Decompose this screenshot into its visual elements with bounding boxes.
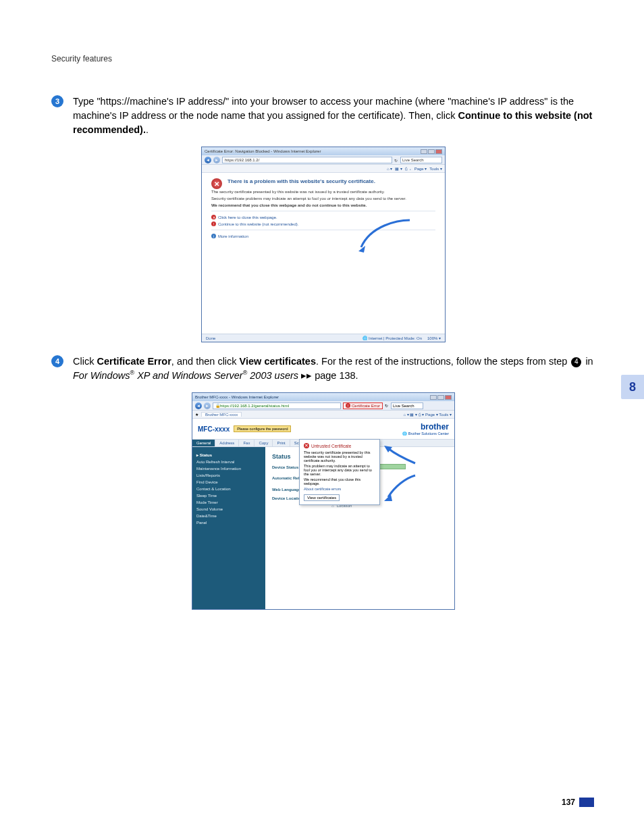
fig1-address-bar[interactable]: https://192.168.1.2/ (222, 157, 392, 163)
favorites-icon[interactable]: ★ (195, 412, 198, 417)
fig2-tabrow: ★ Brother MFC-xxxx ⌂ ▾ ▦ ▾ ⎙ ▾ Page ▾ To… (192, 411, 454, 419)
fig2-main: MFC-xxxx Please configure the password b… (192, 419, 454, 609)
home-icon[interactable]: ⌂ ▾ (403, 413, 408, 417)
sidebar-item-status[interactable]: ▸ Status (196, 451, 261, 459)
fig2-window-title: Brother MFC-xxxx - Windows Internet Expl… (195, 395, 279, 399)
brother-logo: brother (402, 422, 449, 432)
figure-2-wrap: Brother MFC-xxxx - Windows Internet Expl… (51, 392, 595, 610)
s4-pre: Click (73, 356, 97, 367)
close-icon[interactable] (445, 395, 452, 400)
maximize-icon[interactable] (428, 149, 435, 154)
inline-step-bullet: 4 (571, 357, 581, 367)
fig2-addr-text: https://192.168.1.2/general/status.html (220, 404, 289, 408)
tools-menu[interactable]: Tools ▾ (429, 166, 442, 171)
page-menu[interactable]: Page ▾ (425, 413, 438, 417)
refresh-icon[interactable]: ↻ (385, 403, 389, 408)
step-4: 4 Click Certificate Error, and then clic… (51, 355, 595, 383)
sidebar-item-mode-timer[interactable]: Mode Timer (196, 499, 261, 506)
forward-icon[interactable]: ► (204, 402, 211, 409)
sidebar-item-sleep-time[interactable]: Sleep Time (196, 492, 261, 499)
fig1-p1: The security certificate presented by th… (211, 190, 435, 194)
popup-p3: We recommend that you close this webpage… (304, 477, 375, 486)
back-icon[interactable]: ◄ (205, 157, 211, 163)
print-icon[interactable]: ⎙ ▾ (419, 413, 425, 417)
back-icon[interactable]: ◄ (195, 402, 202, 409)
fig2-navrow: ◄ ► 🔒 https://192.168.1.2/general/status… (192, 401, 454, 411)
popup-title: Untrusted Certificate (311, 444, 351, 448)
minimize-icon[interactable] (421, 149, 427, 154)
certificate-error-button[interactable]: !Certificate Error (343, 402, 383, 409)
fig2-search[interactable]: Live Search (391, 402, 423, 409)
fig1-more-info[interactable]: i More information (211, 234, 435, 238)
page-menu[interactable]: Page ▾ (414, 166, 427, 171)
fig1-status-zoom[interactable]: 100% ▾ (427, 336, 441, 340)
step-4-text: Click Certificate Error, and then click … (73, 355, 595, 383)
certificate-popup: ✕Untrusted Certificate The security cert… (299, 439, 380, 505)
globe-icon: 🌐 (363, 336, 369, 340)
fig1-window-title: Certificate Error: Navigation Blocked - … (205, 149, 321, 153)
configure-password-button[interactable]: Please configure the password (234, 425, 291, 432)
forward-icon[interactable]: ► (213, 157, 220, 163)
s4-b1: Certificate Error (97, 356, 171, 367)
sidebar-item-date-time[interactable]: Date&Time (196, 513, 261, 519)
figure-2: Brother MFC-xxxx - Windows Internet Expl… (192, 392, 455, 610)
fig2-sidebar: ▸ Status Auto Refresh Interval Maintenan… (192, 447, 265, 609)
fig1-link-close[interactable]: ✕ Click here to close this webpage. (211, 215, 435, 219)
fig1-window-buttons (421, 149, 442, 154)
fig1-reco: We recommend that you close this webpage… (211, 203, 435, 207)
step-3-number: 3 (51, 95, 63, 107)
feeds-icon[interactable]: ▦ ▾ (395, 166, 402, 171)
refresh-icon[interactable]: ↻ (394, 158, 398, 162)
close-icon[interactable] (435, 149, 442, 154)
figure-1-wrap: Certificate Error: Navigation Blocked - … (51, 147, 595, 342)
sidebar-item-panel[interactable]: Panel (196, 519, 261, 526)
sidebar-item-lists-reports[interactable]: Lists/Reports (196, 472, 261, 479)
solutions-text: Brother Solutions Center (408, 432, 449, 436)
continue-bullet-icon: ! (211, 221, 216, 226)
tab-fax[interactable]: Fax (239, 440, 254, 446)
fig1-p2: Security certificate problems may indica… (211, 197, 435, 201)
view-certificates-button[interactable]: View certificates (304, 494, 340, 501)
fig1-search[interactable]: Live Search (400, 157, 442, 163)
fig1-link-continue-text: Continue to this website (not recommende… (218, 222, 298, 226)
fig2-address-bar[interactable]: 🔒 https://192.168.1.2/general/status.htm… (213, 402, 341, 409)
tab-copy[interactable]: Copy (254, 440, 273, 446)
maximize-icon[interactable] (437, 395, 444, 400)
tab-print[interactable]: Print (273, 440, 290, 446)
sidebar-item-sound-volume[interactable]: Sound Volume (196, 506, 261, 513)
page-footer: 137 (562, 798, 594, 807)
fig1-status-done: Done (206, 336, 215, 340)
shield-error-icon: ✕ (304, 443, 309, 448)
s4-mid3: in (583, 356, 593, 367)
lock-icon: 🔒 (215, 403, 220, 408)
chapter-tab: 8 (621, 375, 644, 399)
browser-tab[interactable]: Brother MFC-xxxx (201, 412, 242, 417)
minimize-icon[interactable] (430, 395, 437, 400)
section-header: Security features (51, 54, 595, 63)
shield-error-icon: ✕ (211, 178, 222, 189)
home-icon[interactable]: ⌂ ▾ (387, 166, 392, 171)
fig1-statusbar: Done 🌐 Internet | Protected Mode: On 100… (202, 334, 445, 342)
s4-i1: For Windows (73, 370, 130, 381)
step-4-number: 4 (51, 355, 63, 367)
tab-address[interactable]: Address (215, 440, 239, 446)
sidebar-item-contact-location[interactable]: Contact & Location (196, 486, 261, 492)
fig1-divider (211, 211, 435, 211)
tools-menu[interactable]: Tools ▾ (439, 413, 452, 417)
feeds-icon[interactable]: ▦ ▾ (410, 413, 417, 417)
popup-about-link[interactable]: About certificate errors (304, 487, 375, 491)
sb0: Status (200, 453, 212, 457)
fig1-content: ✕ There is a problem with this website's… (202, 173, 445, 334)
sidebar-item-maintenance[interactable]: Maintenance Information (196, 465, 261, 472)
fig1-zone-text: Internet | Protected Mode: On (369, 336, 422, 340)
page: Security features 3 Type "https://machin… (0, 0, 644, 834)
sidebar-item-find-device[interactable]: Find Device (196, 479, 261, 486)
globe-icon: 🌐 (402, 432, 407, 436)
fig1-link-continue[interactable]: ! Continue to this website (not recommen… (211, 221, 435, 226)
s4-i2: XP and Windows Server (134, 370, 243, 381)
solutions-link[interactable]: 🌐Brother Solutions Center (402, 432, 449, 436)
sidebar-item-auto-refresh[interactable]: Auto Refresh Interval (196, 459, 261, 465)
print-icon[interactable]: ⎙ ▾ (405, 167, 412, 171)
s4-mid2: . For the rest of the instructions, foll… (316, 356, 570, 367)
tab-general[interactable]: General (192, 440, 215, 446)
